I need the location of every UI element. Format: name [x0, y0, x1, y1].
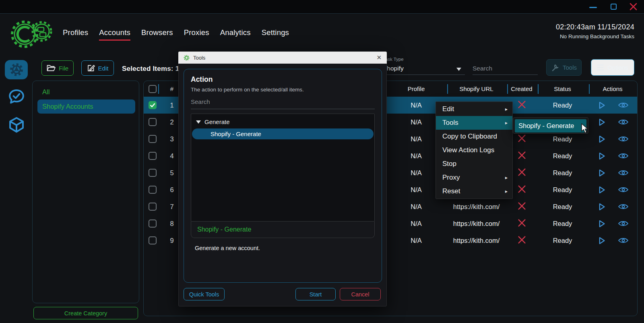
start-button[interactable]: Start: [295, 288, 336, 300]
row-status: Ready: [537, 237, 588, 244]
action-list: Generate Shopify - Generate: [191, 114, 375, 222]
row-actions: [588, 236, 637, 245]
category-item[interactable]: All: [37, 86, 135, 98]
clock-text: 02:20:43am 11/15/2024: [556, 23, 634, 31]
row-checkbox[interactable]: [149, 219, 157, 228]
sidebar-item-support[interactable]: [7, 89, 26, 106]
column-header-created[interactable]: Created: [506, 85, 537, 92]
row-actions: [588, 168, 637, 178]
row-status: Ready: [537, 169, 588, 177]
column-header-actions[interactable]: Actions: [588, 85, 637, 92]
context-menu-item-reset[interactable]: Reset▸: [436, 184, 512, 198]
tree-group-generate[interactable]: Generate: [191, 116, 374, 128]
view-button[interactable]: [618, 169, 629, 176]
row-checkbox[interactable]: [149, 186, 157, 194]
cancel-button[interactable]: Cancel: [340, 288, 381, 300]
row-actions: [588, 202, 637, 211]
clock-area: 02:20:43am 11/15/2024 No Running Backgro…: [556, 23, 634, 39]
search-underline: [473, 75, 538, 75]
run-button[interactable]: [597, 168, 606, 178]
action-item-description: Generate a new account.: [191, 245, 375, 251]
view-button[interactable]: [618, 152, 629, 159]
run-button[interactable]: [597, 219, 606, 228]
sidebar-item-tasks[interactable]: [5, 60, 28, 79]
context-menu-item-label: Edit: [442, 105, 454, 113]
sidebar-item-packages[interactable]: [8, 116, 25, 133]
modal-close-icon[interactable]: ✕: [376, 54, 382, 61]
play-icon: [597, 185, 606, 195]
nav-tab-proxies[interactable]: Proxies: [184, 28, 209, 41]
file-button[interactable]: File: [41, 60, 74, 76]
edit-button[interactable]: Edit: [81, 60, 114, 76]
maximize-icon[interactable]: [611, 4, 617, 10]
row-checkbox[interactable]: [149, 152, 157, 160]
view-button[interactable]: [618, 135, 629, 143]
row-actions: [588, 185, 637, 195]
column-header-profile[interactable]: Profile: [386, 85, 446, 92]
row-checkbox[interactable]: [149, 203, 157, 211]
chat-check-icon: [8, 89, 25, 106]
run-button[interactable]: [597, 202, 606, 211]
play-icon: [597, 135, 606, 144]
nav-tab-settings[interactable]: Settings: [262, 28, 289, 41]
context-menu-item-stop[interactable]: Stop: [436, 157, 512, 171]
row-actions: [588, 118, 637, 127]
create-category-button[interactable]: Create Category: [33, 307, 138, 319]
row-actions: [588, 101, 637, 110]
run-button[interactable]: [597, 236, 606, 245]
run-button[interactable]: [597, 151, 606, 161]
view-button[interactable]: [618, 118, 629, 126]
column-header-url[interactable]: Shopify URL: [446, 85, 506, 92]
view-button[interactable]: [618, 220, 629, 227]
context-menu-item-edit[interactable]: Edit▸: [436, 102, 512, 116]
select-all-checkbox[interactable]: [149, 85, 157, 93]
row-profile: N/A: [386, 220, 446, 228]
row-actions: [588, 135, 637, 144]
nav-tab-analytics[interactable]: Analytics: [220, 28, 251, 41]
header-separator: [158, 84, 159, 94]
run-button[interactable]: [597, 185, 606, 195]
category-item[interactable]: Shopify Accounts: [37, 99, 135, 114]
submenu-item-shopify-generate[interactable]: Shopify - Generate: [515, 119, 586, 133]
run-button[interactable]: [597, 118, 606, 127]
cube-icon: [8, 116, 25, 133]
context-menu-item-label: Proxy: [442, 174, 460, 182]
row-checkbox[interactable]: [149, 118, 157, 126]
context-menu-item-copy-to-clipboard[interactable]: Copy to Clipboard: [436, 130, 512, 143]
context-menu-item-proxy[interactable]: Proxy▸: [436, 171, 512, 184]
nav-tab-accounts[interactable]: Accounts: [99, 28, 130, 41]
action-search-input[interactable]: Search: [191, 98, 375, 109]
view-button[interactable]: [618, 237, 629, 244]
view-button[interactable]: [618, 203, 629, 210]
check-icon: [150, 102, 155, 108]
view-button[interactable]: [618, 101, 629, 109]
eye-icon: [618, 101, 629, 109]
view-button[interactable]: [618, 186, 629, 193]
column-header-status[interactable]: Status: [537, 85, 588, 92]
run-button[interactable]: [597, 101, 606, 110]
quick-tools-button[interactable]: Quick Tools: [184, 288, 225, 300]
tools-button-disabled[interactable]: Tools: [546, 59, 582, 76]
eye-icon: [618, 220, 629, 227]
context-menu-item-label: Tools: [442, 119, 458, 127]
mouse-cursor: [581, 123, 590, 134]
close-window-icon[interactable]: [629, 2, 638, 11]
nav-tab-profiles[interactable]: Profiles: [63, 28, 88, 41]
hamburger-menu-icon: [597, 64, 604, 70]
context-menu-item-tools[interactable]: Tools▸: [436, 116, 512, 130]
minimize-icon[interactable]: [589, 7, 597, 8]
row-checkbox[interactable]: [149, 169, 157, 177]
wrench-icon: [551, 63, 560, 72]
run-button[interactable]: [597, 135, 606, 144]
options-button[interactable]: Options: [591, 59, 634, 76]
row-checkbox[interactable]: [149, 236, 157, 244]
nav-tab-browsers[interactable]: Browsers: [141, 28, 173, 41]
tree-item-shopify-generate[interactable]: Shopify - Generate: [192, 128, 374, 139]
modal-logo-icon: [184, 55, 190, 61]
row-checkbox[interactable]: [149, 135, 157, 143]
row-shopify-url: https://kith.com/: [446, 237, 506, 244]
context-menu-item-view-action-logs[interactable]: View Action Logs: [436, 143, 512, 157]
submenu-arrow-icon: ▸: [505, 175, 508, 180]
row-checkbox[interactable]: [149, 101, 157, 109]
table-search-input[interactable]: Search: [473, 65, 492, 72]
